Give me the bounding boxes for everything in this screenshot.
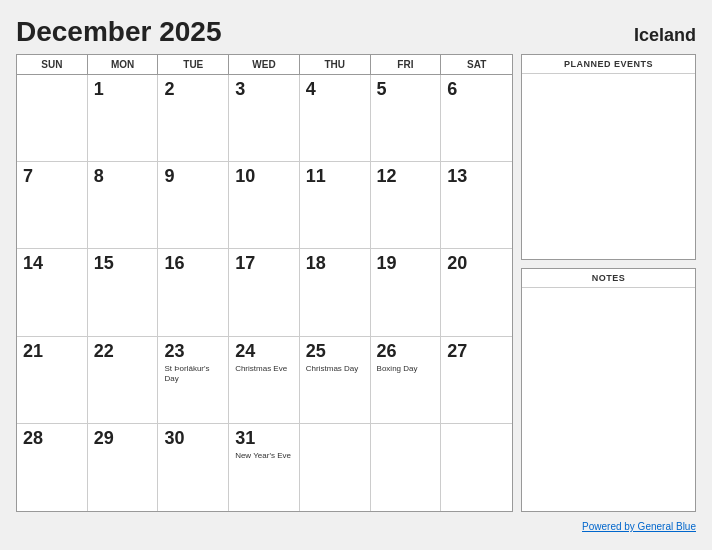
table-row: 4 xyxy=(300,75,371,162)
country-name: Iceland xyxy=(634,25,696,46)
table-row: 20 xyxy=(441,249,512,336)
table-row: 24 Christmas Eve xyxy=(229,337,300,424)
table-row: 5 xyxy=(371,75,442,162)
footer: Powered by General Blue xyxy=(16,516,696,534)
day-header-wed: WED xyxy=(229,55,300,74)
table-row: 28 xyxy=(17,424,88,511)
notes-title: NOTES xyxy=(522,269,695,288)
table-row xyxy=(300,424,371,511)
page: December 2025 Iceland SUN MON TUE WED TH… xyxy=(0,0,712,550)
table-row: 3 xyxy=(229,75,300,162)
day-header-mon: MON xyxy=(88,55,159,74)
sidebar: PLANNED EVENTS NOTES xyxy=(521,54,696,512)
table-row: 25 Christmas Day xyxy=(300,337,371,424)
day-header-thu: THU xyxy=(300,55,371,74)
planned-events-content xyxy=(522,74,695,259)
main-area: SUN MON TUE WED THU FRI SAT 1 2 3 4 5 6 … xyxy=(16,54,696,512)
table-row: 12 xyxy=(371,162,442,249)
calendar-grid: 1 2 3 4 5 6 7 8 9 10 11 12 13 14 15 16 1… xyxy=(17,75,512,511)
table-row: 8 xyxy=(88,162,159,249)
table-row: 18 xyxy=(300,249,371,336)
table-row: 1 xyxy=(88,75,159,162)
table-row: 30 xyxy=(158,424,229,511)
day-header-sun: SUN xyxy=(17,55,88,74)
table-row: 22 xyxy=(88,337,159,424)
table-row: 26 Boxing Day xyxy=(371,337,442,424)
day-header-tue: TUE xyxy=(158,55,229,74)
table-row: 6 xyxy=(441,75,512,162)
day-header-fri: FRI xyxy=(371,55,442,74)
table-row xyxy=(17,75,88,162)
table-row: 15 xyxy=(88,249,159,336)
table-row: 9 xyxy=(158,162,229,249)
month-title: December 2025 xyxy=(16,16,221,48)
table-row: 19 xyxy=(371,249,442,336)
table-row: 14 xyxy=(17,249,88,336)
table-row: 10 xyxy=(229,162,300,249)
day-headers: SUN MON TUE WED THU FRI SAT xyxy=(17,55,512,75)
header: December 2025 Iceland xyxy=(16,16,696,48)
footer-link[interactable]: Powered by General Blue xyxy=(582,521,696,532)
table-row: 16 xyxy=(158,249,229,336)
table-row: 31 New Year's Eve xyxy=(229,424,300,511)
table-row: 17 xyxy=(229,249,300,336)
table-row: 23 St Þorlákur's Day xyxy=(158,337,229,424)
table-row xyxy=(371,424,442,511)
table-row: 29 xyxy=(88,424,159,511)
planned-events-box: PLANNED EVENTS xyxy=(521,54,696,260)
notes-content xyxy=(522,288,695,408)
day-header-sat: SAT xyxy=(441,55,512,74)
table-row: 7 xyxy=(17,162,88,249)
table-row: 11 xyxy=(300,162,371,249)
table-row: 21 xyxy=(17,337,88,424)
table-row: 13 xyxy=(441,162,512,249)
table-row: 27 xyxy=(441,337,512,424)
planned-events-title: PLANNED EVENTS xyxy=(522,55,695,74)
table-row: 2 xyxy=(158,75,229,162)
calendar-section: SUN MON TUE WED THU FRI SAT 1 2 3 4 5 6 … xyxy=(16,54,513,512)
notes-box: NOTES xyxy=(521,268,696,512)
table-row xyxy=(441,424,512,511)
